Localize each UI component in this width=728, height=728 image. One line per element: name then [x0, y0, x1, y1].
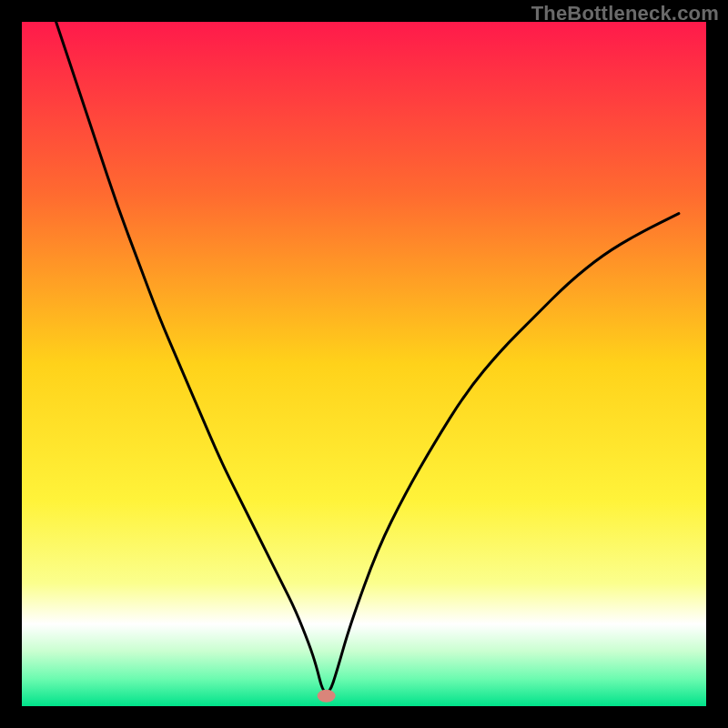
optimum-marker: [318, 690, 336, 703]
plot-background: [22, 22, 706, 706]
watermark-label: TheBottleneck.com: [531, 2, 719, 25]
bottleneck-chart: TheBottleneck.com: [0, 0, 728, 728]
chart-svg: [0, 0, 728, 728]
